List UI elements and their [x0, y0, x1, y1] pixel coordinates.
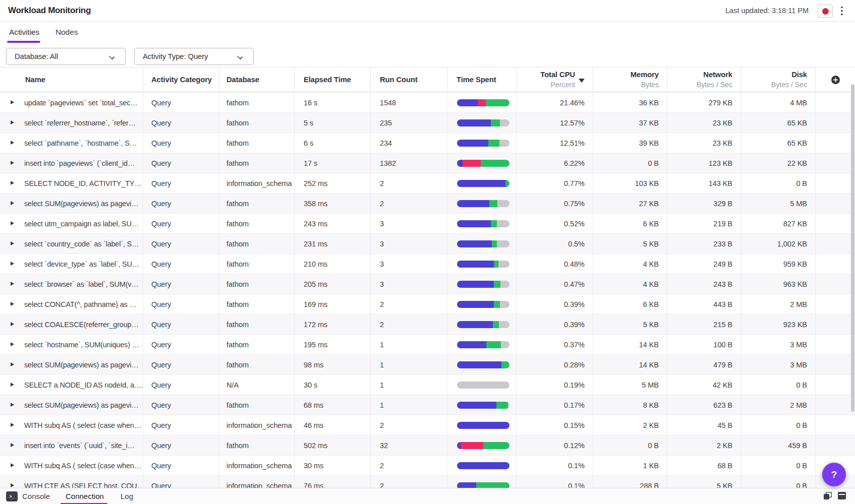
col-header-run-count[interactable]: Run Count — [371, 68, 447, 92]
cell-actions — [816, 113, 855, 133]
bottom-bar: >_ Console Connection Log — [0, 488, 855, 504]
bottom-tab-console[interactable]: Console — [22, 488, 50, 504]
cell-total-cpu: 0.28% — [517, 355, 593, 374]
query-name-text: insert into `events` (`uuid`, `site_i… — [24, 442, 135, 450]
cell-activity-category: Query — [143, 456, 219, 475]
cell-activity-category: Query — [143, 395, 219, 415]
tab-activities[interactable]: Activities — [9, 25, 39, 39]
top-bar: Workload Monitoring Last updated: 3:18:1… — [0, 0, 855, 22]
table-row[interactable]: select SUM(pageviews) as pagevi…Queryfat… — [0, 355, 855, 375]
cell-database: fathom — [219, 153, 295, 173]
terminal-icon[interactable]: >_ — [6, 491, 18, 501]
expand-row-icon[interactable] — [11, 282, 14, 286]
expand-row-icon[interactable] — [11, 241, 14, 245]
expand-row-icon[interactable] — [11, 443, 14, 447]
database-filter-dropdown[interactable]: Database: All — [6, 48, 126, 65]
col-header-activity-category[interactable]: Activity Category — [143, 68, 219, 92]
activity-type-filter-dropdown[interactable]: Activity Type: Query — [134, 48, 254, 65]
expand-row-icon[interactable] — [11, 221, 14, 225]
cell-time-spent — [447, 234, 517, 254]
time-spent-bar — [457, 261, 509, 268]
time-spent-bar — [457, 382, 509, 389]
expand-row-icon[interactable] — [11, 483, 14, 487]
table-row[interactable]: select `device_type` as `label`, SU…Quer… — [0, 254, 855, 274]
expand-row-icon[interactable] — [11, 161, 14, 165]
cell-database: fathom — [219, 335, 295, 354]
col-header-add-column[interactable] — [816, 68, 855, 92]
col-header-name[interactable]: Name — [0, 68, 143, 92]
bottom-tab-connection[interactable]: Connection — [66, 488, 104, 504]
table-row[interactable]: select `country_code` as `label`, S…Quer… — [0, 234, 855, 254]
col-header-elapsed-time[interactable]: Elapsed Time — [295, 68, 371, 92]
cell-activity-category: Query — [143, 254, 219, 274]
cell-memory: 6 KB — [593, 294, 667, 314]
col-header-time-spent[interactable]: Time Spent — [447, 68, 517, 92]
expand-row-icon[interactable] — [11, 181, 14, 185]
expand-row-icon[interactable] — [11, 120, 14, 124]
kebab-menu-icon[interactable] — [838, 4, 845, 18]
query-name-text: select `pathname`, `hostname`, S… — [24, 139, 137, 147]
table-row[interactable]: select `hostname`, SUM(uniques) …Queryfa… — [0, 335, 855, 355]
cell-name: insert into `events` (`uuid`, `site_i… — [0, 435, 143, 455]
cell-disk: 65 KB — [741, 133, 816, 153]
cell-actions — [816, 133, 855, 153]
table-row[interactable]: select `pathname`, `hostname`, S…Queryfa… — [0, 133, 855, 153]
expand-row-icon[interactable] — [11, 302, 14, 306]
bottom-tab-log[interactable]: Log — [121, 488, 133, 504]
table-row[interactable]: insert into `events` (`uuid`, `site_i…Qu… — [0, 435, 855, 456]
expand-panel-icon[interactable] — [838, 492, 846, 499]
cell-time-spent — [447, 113, 517, 133]
cell-time-spent — [447, 93, 517, 112]
expand-row-icon[interactable] — [11, 403, 14, 407]
last-updated-text: Last updated: 3:18:11 PM — [725, 7, 809, 15]
query-name-text: select `country_code` as `label`, S… — [24, 240, 139, 248]
table-row[interactable]: select SUM(pageviews) as pagevi…Queryfat… — [0, 395, 855, 415]
col-header-database[interactable]: Database — [219, 68, 295, 92]
cell-memory: 6 KB — [593, 214, 667, 233]
expand-row-icon[interactable] — [11, 463, 14, 467]
table-row[interactable]: select COALESCE(referrer_group…Queryfath… — [0, 314, 855, 335]
popout-panel-icon[interactable] — [824, 492, 832, 499]
table-row[interactable]: select SUM(pageviews) as pagevi…Queryfat… — [0, 194, 855, 214]
cell-elapsed-time: 6 s — [295, 133, 371, 153]
expand-row-icon[interactable] — [11, 423, 14, 427]
table-row[interactable]: SELECT NODE_ID, ACTIVITY_TY…Queryinforma… — [0, 173, 855, 194]
expand-row-icon[interactable] — [11, 262, 14, 266]
table-row[interactable]: select `referrer_hostname`, `refer…Query… — [0, 113, 855, 133]
table-row[interactable]: SELECT a.NODE_ID AS nodeId, a.…QueryN/A3… — [0, 375, 855, 395]
tab-nodes[interactable]: Nodes — [55, 25, 78, 39]
cell-activity-category: Query — [143, 173, 219, 193]
table-row[interactable]: WITH CTE AS (SELECT host, COU…Queryinfor… — [0, 476, 855, 488]
expand-row-icon[interactable] — [11, 322, 14, 326]
col-header-total-cpu[interactable]: Total CPUPercent — [517, 68, 593, 92]
cell-elapsed-time: 46 ms — [295, 415, 371, 435]
add-column-icon[interactable] — [831, 76, 840, 84]
expand-row-icon[interactable] — [11, 141, 14, 145]
table-row[interactable]: select utm_campaign as label, SU…Queryfa… — [0, 214, 855, 234]
expand-row-icon[interactable] — [11, 342, 14, 346]
cell-run-count: 235 — [371, 113, 447, 133]
cell-total-cpu: 0.5% — [517, 234, 593, 254]
cell-name: select `country_code` as `label`, S… — [0, 234, 143, 254]
expand-row-icon[interactable] — [11, 362, 14, 366]
expand-row-icon[interactable] — [11, 201, 14, 205]
table-row[interactable]: WITH subq AS ( select (case when…Queryin… — [0, 456, 855, 476]
table-row[interactable]: insert into `pageviews` (`client_id…Quer… — [0, 153, 855, 173]
col-header-network[interactable]: NetworkBytes / Sec — [667, 68, 741, 92]
expand-row-icon[interactable] — [11, 383, 14, 387]
cell-actions — [816, 294, 855, 314]
table-row[interactable]: update `pageviews` set `total_sec…Queryf… — [0, 93, 855, 113]
help-button[interactable]: ? — [822, 463, 846, 486]
table-row[interactable]: select `browser` as `label`, SUM(v…Query… — [0, 274, 855, 294]
col-header-memory[interactable]: MemoryBytes — [593, 68, 667, 92]
col-header-disk[interactable]: DiskBytes / Sec — [741, 68, 816, 92]
time-spent-bar — [457, 321, 509, 328]
time-spent-bar — [457, 341, 509, 348]
expand-row-icon[interactable] — [11, 100, 14, 104]
time-spent-bar — [457, 442, 509, 449]
vertical-scrollbar[interactable] — [851, 84, 854, 412]
table-row[interactable]: WITH subq AS ( select (case when…Queryin… — [0, 415, 855, 435]
table-row[interactable]: select CONCAT(^, pathname) as …Queryfath… — [0, 294, 855, 314]
record-button[interactable] — [818, 5, 833, 18]
query-name-text: insert into `pageviews` (`client_id… — [24, 159, 135, 167]
